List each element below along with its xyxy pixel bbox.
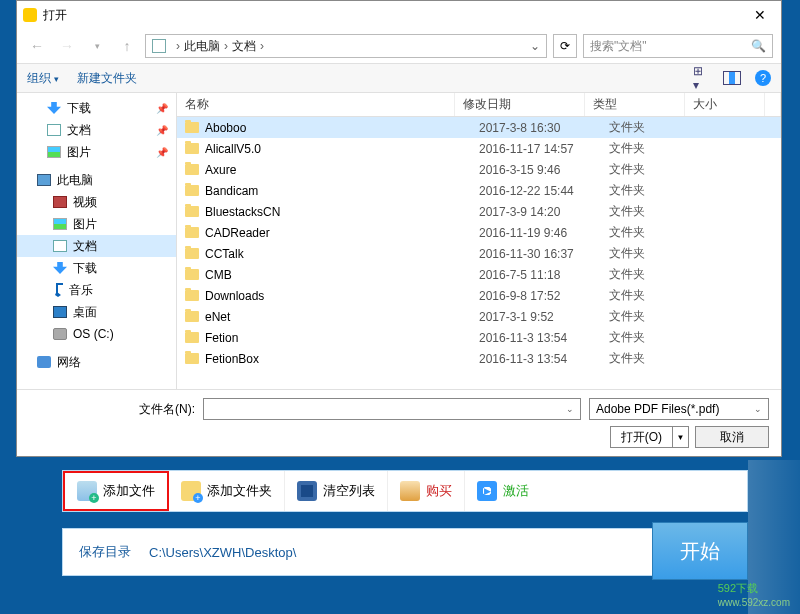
- file-row[interactable]: FetionBox2016-11-3 13:54文件夹: [177, 348, 781, 369]
- watermark: 592下载 www.592xz.com: [718, 581, 790, 608]
- sidebar-icon: [53, 218, 67, 230]
- file-row[interactable]: Downloads2016-9-8 17:52文件夹: [177, 285, 781, 306]
- filetype-value: Adobe PDF Files(*.pdf): [596, 402, 719, 416]
- sidebar-icon: [53, 262, 67, 274]
- file-row[interactable]: BluestacksCN2017-3-9 14:20文件夹: [177, 201, 781, 222]
- sidebar-icon: [53, 196, 67, 208]
- open-dialog: 打开 ✕ ← → ▾ ↑ › 此电脑 › 文档 › ⌄ ⟳ 搜索"文档" 🔍 组…: [16, 0, 782, 457]
- file-row[interactable]: Axure2016-3-15 9:46文件夹: [177, 159, 781, 180]
- folder-icon: [185, 269, 199, 280]
- activate-icon: [477, 481, 497, 501]
- nav-row: ← → ▾ ↑ › 此电脑 › 文档 › ⌄ ⟳ 搜索"文档" 🔍: [17, 29, 781, 63]
- file-row[interactable]: Bandicam2016-12-22 15:44文件夹: [177, 180, 781, 201]
- location-icon: [152, 39, 166, 53]
- col-date[interactable]: 修改日期: [455, 93, 585, 116]
- sidebar-item[interactable]: OS (C:): [17, 323, 176, 345]
- open-dropdown-icon[interactable]: ▼: [672, 427, 688, 447]
- sidebar-item[interactable]: 网络: [17, 351, 176, 373]
- refresh-button[interactable]: ⟳: [553, 34, 577, 58]
- new-folder-button[interactable]: 新建文件夹: [77, 70, 137, 87]
- up-button[interactable]: ↑: [115, 34, 139, 58]
- recent-dropdown[interactable]: ▾: [85, 34, 109, 58]
- search-placeholder: 搜索"文档": [590, 38, 647, 55]
- titlebar: 打开 ✕: [17, 1, 781, 29]
- col-size[interactable]: 大小: [685, 93, 765, 116]
- file-row[interactable]: CMB2016-7-5 11:18文件夹: [177, 264, 781, 285]
- sidebar-item[interactable]: 图片: [17, 213, 176, 235]
- folder-icon: [185, 248, 199, 259]
- folder-icon: [185, 122, 199, 133]
- crumb-pc[interactable]: 此电脑: [184, 38, 220, 55]
- organize-menu[interactable]: 组织: [27, 70, 59, 87]
- folder-icon: [185, 290, 199, 301]
- clear-list-button[interactable]: 清空列表: [285, 471, 388, 511]
- add-file-button[interactable]: 添加文件: [63, 471, 169, 511]
- folder-icon: [185, 311, 199, 322]
- sidebar-icon: [53, 240, 67, 252]
- file-row[interactable]: Aboboo2017-3-8 16:30文件夹: [177, 117, 781, 138]
- sidebar-item[interactable]: 视频: [17, 191, 176, 213]
- clear-icon: [297, 481, 317, 501]
- activate-button[interactable]: 激活: [465, 471, 541, 511]
- cancel-button[interactable]: 取消: [695, 426, 769, 448]
- col-name[interactable]: 名称: [177, 93, 455, 116]
- sidebar-item[interactable]: 下载📌: [17, 97, 176, 119]
- folder-icon: [185, 143, 199, 154]
- sidebar-icon: [53, 283, 63, 297]
- open-button[interactable]: 打开(O) ▼: [610, 426, 689, 448]
- sidebar-item[interactable]: 文档📌: [17, 119, 176, 141]
- app-toolbar: 添加文件 添加文件夹 清空列表 购买 激活: [62, 470, 748, 512]
- save-path: C:\Users\XZWH\Desktop\: [149, 545, 296, 560]
- view-options-button[interactable]: ⊞ ▾: [693, 71, 709, 85]
- back-button[interactable]: ←: [25, 34, 49, 58]
- sidebar-item[interactable]: 此电脑: [17, 169, 176, 191]
- sidebar-item[interactable]: 下载: [17, 257, 176, 279]
- address-dropdown-icon[interactable]: ⌄: [530, 39, 540, 53]
- add-folder-icon: [181, 481, 201, 501]
- pin-icon: 📌: [156, 103, 168, 114]
- search-input[interactable]: 搜索"文档" 🔍: [583, 34, 773, 58]
- file-row[interactable]: CADReader2016-11-19 9:46文件夹: [177, 222, 781, 243]
- search-icon: 🔍: [751, 39, 766, 53]
- close-button[interactable]: ✕: [745, 7, 775, 23]
- crumb-documents[interactable]: 文档: [232, 38, 256, 55]
- toolbar: 组织 新建文件夹 ⊞ ▾ ?: [17, 63, 781, 93]
- preview-pane-button[interactable]: [723, 71, 741, 85]
- add-folder-button[interactable]: 添加文件夹: [169, 471, 285, 511]
- file-row[interactable]: eNet2017-3-1 9:52文件夹: [177, 306, 781, 327]
- filename-input[interactable]: ⌄: [203, 398, 581, 420]
- pin-icon: 📌: [156, 147, 168, 158]
- help-button[interactable]: ?: [755, 70, 771, 86]
- add-file-icon: [77, 481, 97, 501]
- sidebar-item[interactable]: 文档: [17, 235, 176, 257]
- app-icon: [23, 8, 37, 22]
- sidebar-item[interactable]: 桌面: [17, 301, 176, 323]
- sidebar-icon: [37, 174, 51, 186]
- address-bar[interactable]: › 此电脑 › 文档 › ⌄: [145, 34, 547, 58]
- start-button[interactable]: 开始: [652, 522, 748, 580]
- file-row[interactable]: Fetion2016-11-3 13:54文件夹: [177, 327, 781, 348]
- column-headers: 名称 修改日期 类型 大小: [177, 93, 781, 117]
- folder-icon: [185, 206, 199, 217]
- buy-button[interactable]: 购买: [388, 471, 465, 511]
- sidebar-icon: [47, 124, 61, 136]
- file-row[interactable]: CCTalk2016-11-30 16:37文件夹: [177, 243, 781, 264]
- save-label: 保存目录: [79, 543, 131, 561]
- buy-icon: [400, 481, 420, 501]
- forward-button[interactable]: →: [55, 34, 79, 58]
- col-type[interactable]: 类型: [585, 93, 685, 116]
- sidebar-icon: [53, 328, 67, 340]
- pin-icon: 📌: [156, 125, 168, 136]
- dialog-title: 打开: [43, 7, 67, 24]
- dialog-bottom: 文件名(N): ⌄ Adobe PDF Files(*.pdf) ⌄ 打开(O)…: [17, 389, 781, 456]
- sidebar-icon: [53, 306, 67, 318]
- folder-icon: [185, 164, 199, 175]
- filetype-select[interactable]: Adobe PDF Files(*.pdf) ⌄: [589, 398, 769, 420]
- sidebar-item[interactable]: 图片📌: [17, 141, 176, 163]
- sidebar: 下载📌文档📌图片📌此电脑视频图片文档下载音乐桌面OS (C:)网络: [17, 93, 177, 389]
- sidebar-item[interactable]: 音乐: [17, 279, 176, 301]
- file-rows[interactable]: Aboboo2017-3-8 16:30文件夹AlicallV5.02016-1…: [177, 117, 781, 389]
- folder-icon: [185, 353, 199, 364]
- file-row[interactable]: AlicallV5.02016-11-17 14:57文件夹: [177, 138, 781, 159]
- folder-icon: [185, 227, 199, 238]
